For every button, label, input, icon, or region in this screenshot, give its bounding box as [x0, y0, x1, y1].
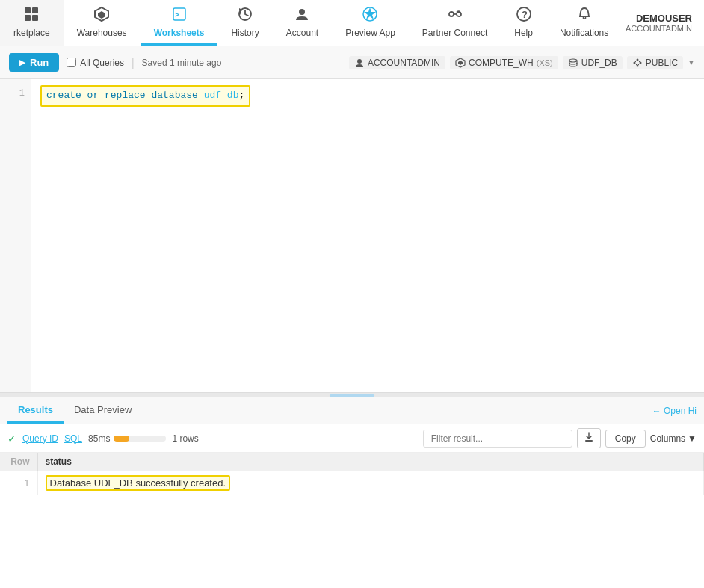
editor-area: 1 create or replace database udf_db;	[0, 79, 704, 393]
results-table-container: Row status 1 Database UDF_DB successfull…	[0, 453, 704, 558]
svg-point-10	[299, 9, 305, 15]
results-actions: Copy Columns ▼	[423, 428, 697, 448]
marketplace-label: rketplace	[13, 28, 50, 38]
results-tabs-bar: Results Data Preview ← Open Hi	[0, 397, 704, 424]
columns-button[interactable]: Columns ▼	[650, 433, 697, 444]
user-role: ACCOUNTADMIN	[626, 24, 692, 33]
database-label: UDF_DB	[581, 58, 617, 68]
filter-input[interactable]	[423, 430, 572, 448]
nav-item-warehouses[interactable]: Warehouses	[64, 0, 141, 46]
code-editor[interactable]: create or replace database udf_db;	[31, 79, 704, 392]
editor-toolbar: ▶ Run All Queries | Saved 1 minute ago A…	[0, 46, 704, 79]
toolbar-context: ACCOUNTADMIN COMPUTE_WH (XS) UDF_DB PUBL…	[349, 56, 695, 69]
warehouse-label: COMPUTE_WH	[469, 58, 534, 68]
success-check-icon: ✓	[7, 433, 16, 445]
notifications-label: Notifications	[560, 28, 608, 38]
svg-rect-1	[32, 7, 38, 13]
data-preview-tab-label: Data Preview	[74, 404, 132, 415]
query-id-link[interactable]: Query ID	[22, 433, 58, 444]
download-button[interactable]	[577, 428, 601, 448]
nav-item-partner-connect[interactable]: Partner Connect	[409, 0, 501, 46]
table-row: 1 Database UDF_DB successfully created.	[0, 471, 704, 495]
partner-connect-icon	[447, 6, 463, 25]
separator: |	[132, 57, 135, 69]
svg-text:?: ?	[522, 9, 528, 20]
user-context-chip[interactable]: ACCOUNTADMIN	[349, 56, 445, 69]
svg-rect-2	[25, 15, 31, 21]
preview-app-label: Preview App	[345, 28, 395, 38]
marketplace-icon	[23, 6, 40, 25]
account-label: Account	[286, 28, 318, 38]
play-icon: ▶	[19, 58, 25, 66]
svg-marker-22	[458, 61, 463, 65]
all-queries-checkbox[interactable]	[67, 58, 76, 67]
columns-label: Columns	[650, 433, 685, 444]
svg-point-23	[569, 59, 577, 62]
resize-handle-indicator	[330, 394, 374, 397]
help-icon: ?	[516, 6, 532, 25]
user-context-icon	[354, 58, 365, 68]
svg-line-29	[637, 60, 640, 63]
context-dropdown-arrow[interactable]: ▼	[688, 58, 695, 66]
nav-item-notifications[interactable]: Notifications	[546, 0, 622, 46]
nav-item-marketplace[interactable]: rketplace	[0, 0, 64, 46]
nav-item-account[interactable]: Account	[273, 0, 332, 46]
results-tab-label: Results	[18, 404, 53, 415]
rows-count: 1 rows	[172, 433, 198, 444]
top-nav: rketplace Warehouses >_ Worksheets Histo…	[0, 0, 704, 46]
warehouse-chip-icon	[455, 58, 466, 68]
database-chip-icon	[568, 58, 578, 68]
timing-fill	[114, 436, 129, 442]
results-toolbar: ✓ Query ID SQL 85ms 1 rows Copy Columns …	[0, 424, 704, 453]
history-icon	[237, 6, 253, 25]
nav-item-worksheets[interactable]: >_ Worksheets	[141, 0, 218, 46]
open-history-link[interactable]: ← Open Hi	[652, 406, 697, 416]
partner-connect-label: Partner Connect	[422, 28, 487, 38]
col-header-row: Row	[0, 453, 37, 471]
bottom-panel: Results Data Preview ← Open Hi ✓ Query I…	[0, 397, 704, 558]
download-icon	[584, 432, 594, 442]
notifications-icon	[576, 6, 593, 25]
tab-data-preview[interactable]: Data Preview	[64, 398, 142, 424]
svg-marker-5	[98, 11, 105, 19]
warehouses-label: Warehouses	[77, 28, 127, 38]
copy-button[interactable]: Copy	[605, 430, 646, 448]
tab-results[interactable]: Results	[7, 398, 64, 424]
timing-value: 85ms	[88, 433, 110, 444]
nav-item-preview-app[interactable]: Preview App	[332, 0, 409, 46]
preview-app-icon	[362, 6, 378, 25]
columns-dropdown-arrow: ▼	[688, 433, 697, 444]
all-queries-label[interactable]: All Queries	[67, 58, 124, 68]
all-queries-text: All Queries	[80, 58, 124, 68]
timing-bar	[114, 436, 166, 442]
schema-chip-icon	[632, 58, 643, 68]
run-button[interactable]: ▶ Run	[9, 53, 59, 72]
line-numbers: 1	[0, 79, 31, 392]
svg-rect-32	[585, 440, 593, 442]
nav-item-help[interactable]: ? Help	[501, 0, 546, 46]
schema-label: PUBLIC	[646, 58, 678, 68]
svg-rect-0	[25, 7, 31, 13]
svg-point-12	[449, 12, 454, 16]
run-label: Run	[30, 57, 49, 68]
sql-link[interactable]: SQL	[64, 433, 82, 444]
saved-text: Saved 1 minute ago	[142, 58, 222, 68]
results-table: Row status 1 Database UDF_DB successfull…	[0, 453, 704, 495]
svg-text:>_: >_	[175, 10, 185, 19]
svg-line-31	[634, 63, 637, 66]
svg-point-20	[357, 59, 362, 64]
warehouses-icon	[93, 6, 110, 25]
warehouse-chip[interactable]: COMPUTE_WH (XS)	[450, 56, 558, 69]
worksheets-icon: >_	[171, 6, 188, 25]
cell-status: Database UDF_DB successfully created.	[37, 471, 704, 495]
worksheets-label: Worksheets	[154, 28, 205, 38]
line-num-1: 1	[0, 85, 31, 102]
table-header-row: Row status	[0, 453, 704, 471]
nav-item-history[interactable]: History	[217, 0, 272, 46]
database-chip[interactable]: UDF_DB	[563, 56, 623, 69]
user-block: DEMOUSER ACCOUNTADMIN	[626, 0, 704, 46]
code-line-1: create or replace database udf_db;	[40, 85, 695, 107]
schema-chip[interactable]: PUBLIC	[627, 56, 683, 69]
user-context-label: ACCOUNTADMIN	[368, 58, 440, 68]
cell-row-num: 1	[0, 471, 37, 495]
